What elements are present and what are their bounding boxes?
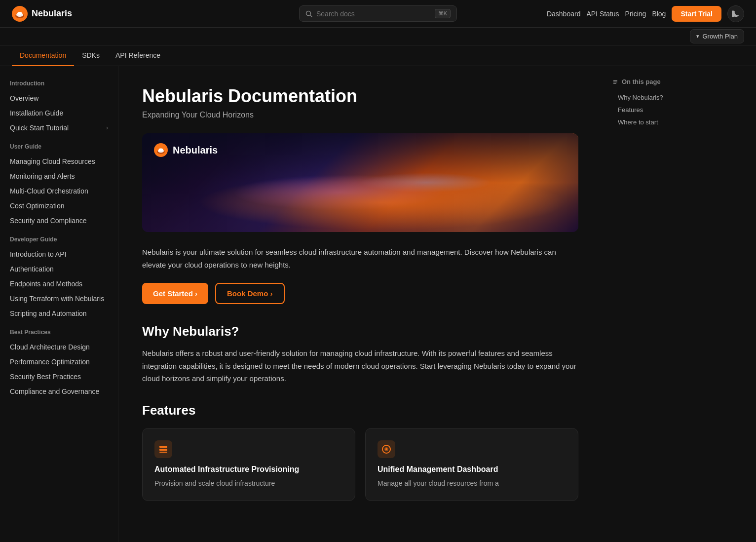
nav-link-pricing[interactable]: Pricing [625,10,646,18]
theme-toggle-button[interactable] [727,5,744,22]
search-kbd: ⌘K [435,9,451,18]
feature-icon-provisioning [154,440,172,458]
feature-card-title-1: Unified Management Dashboard [378,465,566,474]
on-this-page-link-where-to-start[interactable]: Where to start [612,116,691,128]
why-text: Nebularis offers a robust and user-frien… [142,347,578,385]
cta-buttons: Get Started › Book Demo › [142,283,578,304]
sidebar-link-managing-cloud[interactable]: Managing Cloud Resources [0,154,118,169]
list-icon [612,78,619,85]
svg-rect-11 [159,449,167,451]
sidebar-section-introduction: Introduction [0,78,118,91]
feature-card-0: Automated Infrastructure Provisioning Pr… [142,428,355,501]
sidebar-section-user-guide: User Guide [0,135,118,154]
sidebar-section-best-practices: Best Practices [0,321,118,340]
sidebar-link-endpoints[interactable]: Endpoints and Methods [0,276,118,291]
subnav: Documentation SDKs API Reference [0,45,756,66]
sidebar-link-overview[interactable]: Overview [0,91,118,106]
hero-content: Nebularis [154,143,218,157]
main-content: Nebularis Documentation Expanding Your C… [118,66,602,542]
server-stack-icon [158,444,168,454]
feature-card-desc-0: Provision and scale cloud infrastructure [154,478,343,489]
sidebar-link-intro-api[interactable]: Introduction to API [0,247,118,262]
book-demo-button[interactable]: Book Demo › [215,283,285,304]
search-icon [305,10,312,17]
sidebar: Introduction Overview Installation Guide… [0,66,118,542]
search-bar: ⌘K [299,5,457,22]
hero-brand: Nebularis [154,143,218,157]
hero-brand-logo-icon [154,143,168,157]
svg-line-5 [310,15,312,17]
page-subtitle: Expanding Your Cloud Horizons [142,111,578,119]
get-started-button[interactable]: Get Started › [142,283,208,304]
feature-card-title-0: Automated Infrastructure Provisioning [154,465,343,474]
nebularis-small-icon [381,444,391,454]
subnav-tab-sdks[interactable]: SDKs [74,45,108,66]
subnav-tab-api-reference[interactable]: API Reference [108,45,168,66]
sidebar-link-scripting[interactable]: Scripting and Automation [0,306,118,321]
features-heading: Features [142,403,578,418]
svg-point-3 [17,12,22,15]
on-this-page-link-why[interactable]: Why Nebularis? [612,91,691,104]
on-this-page-title: On this page [612,78,691,85]
brand-logo-icon [12,6,28,22]
sidebar-link-multi-cloud[interactable]: Multi-Cloud Orchestration [0,184,118,198]
hero-brand-name: Nebularis [173,145,218,156]
start-trial-button[interactable]: Start Trial [672,6,721,22]
nav-link-blog[interactable]: Blog [652,10,666,18]
main-layout: Introduction Overview Installation Guide… [0,66,756,542]
sidebar-link-cost-optimization[interactable]: Cost Optimization [0,198,118,213]
sidebar-section-developer-guide: Developer Guide [0,228,118,247]
search-input[interactable] [316,10,431,18]
moon-icon [732,10,740,18]
subnav-tab-documentation[interactable]: Documentation [12,45,74,66]
sidebar-link-compliance[interactable]: Compliance and Governance [0,384,118,399]
features-grid: Automated Infrastructure Provisioning Pr… [142,428,578,501]
sidebar-link-quick-start[interactable]: Quick Start Tutorial › [0,120,118,135]
sidebar-link-monitoring[interactable]: Monitoring and Alerts [0,169,118,184]
page-title: Nebularis Documentation [142,86,578,107]
right-sidebar: On this page Why Nebularis? Features Whe… [602,66,701,542]
sidebar-link-security-best[interactable]: Security Best Practices [0,369,118,384]
chevron-down-icon: ▾ [696,33,699,39]
intro-text: Nebularis is your ultimate solution for … [142,246,578,271]
why-nebularis-heading: Why Nebularis? [142,324,578,339]
nav-link-dashboard[interactable]: Dashboard [547,10,581,18]
brand[interactable]: Nebularis [12,6,72,22]
growth-plan-bar: ▾ Growth Plan [0,28,756,45]
svg-point-9 [159,149,163,151]
chevron-right-icon: › [106,124,108,131]
feature-card-1: Unified Management Dashboard Manage all … [365,428,578,501]
sidebar-link-cloud-arch[interactable]: Cloud Architecture Design [0,340,118,354]
hero-image: Nebularis [142,133,578,232]
sidebar-link-terraform[interactable]: Using Terraform with Nebularis [0,291,118,306]
sidebar-link-perf-opt[interactable]: Performance Optimization [0,354,118,369]
topbar: Nebularis ⌘K Dashboard API Status Pricin… [0,0,756,28]
on-this-page-link-features[interactable]: Features [612,104,691,116]
sidebar-link-installation-guide[interactable]: Installation Guide [0,106,118,120]
growth-plan-button[interactable]: ▾ Growth Plan [690,29,744,43]
sidebar-link-security-compliance[interactable]: Security and Compliance [0,213,118,228]
topbar-right: Dashboard API Status Pricing Blog Start … [547,5,744,22]
feature-icon-dashboard [378,440,395,458]
svg-rect-10 [159,446,167,448]
sidebar-link-authentication[interactable]: Authentication [0,262,118,276]
brand-name: Nebularis [32,8,72,19]
svg-rect-12 [159,452,167,453]
nav-link-api-status[interactable]: API Status [586,10,619,18]
svg-point-15 [385,448,387,450]
feature-card-desc-1: Manage all your cloud resources from a [378,478,566,489]
growth-plan-label: Growth Plan [702,33,738,40]
